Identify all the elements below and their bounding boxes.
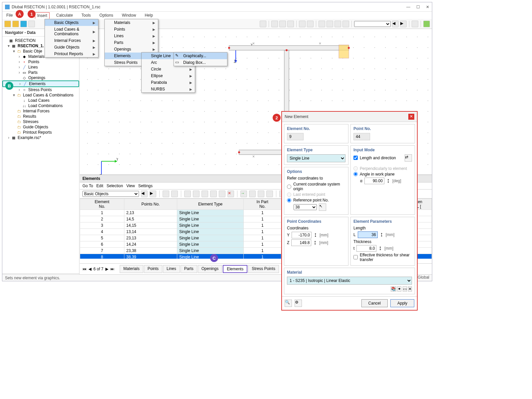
menu-internal-forces[interactable]: Internal Forces▶ <box>45 37 98 44</box>
toolbar-button[interactable] <box>258 191 264 197</box>
toolbar-button[interactable] <box>28 21 35 27</box>
menu-help[interactable]: Help <box>143 12 155 18</box>
toolbar-button[interactable] <box>299 21 306 27</box>
tree-lines[interactable]: ›╱Lines <box>2 65 79 70</box>
tree-stresses[interactable]: 🗀Stresses <box>2 119 79 124</box>
menu-load-cases[interactable]: Load Cases & Combinations▶ <box>45 26 98 37</box>
tree-stress-points[interactable]: ›○Stress Points <box>2 87 79 92</box>
toolbar-button[interactable] <box>12 21 19 27</box>
menu-file[interactable]: File <box>4 12 15 18</box>
menu-options[interactable]: Options <box>97 12 115 18</box>
toolbar-button[interactable] <box>327 21 333 27</box>
menu-tools[interactable]: Tools <box>79 12 93 18</box>
toolbar-button[interactable]: ▶ <box>400 21 407 27</box>
refpoint-radio[interactable] <box>287 198 291 202</box>
tab-materials[interactable]: Materials <box>120 265 143 273</box>
toolbar-select[interactable] <box>354 21 391 27</box>
menu-printout-reports[interactable]: Printout Reports▶ <box>45 51 98 57</box>
toolbar-button[interactable] <box>423 21 430 27</box>
toolbar-button[interactable] <box>260 21 266 27</box>
bp-selection[interactable]: Selection <box>107 184 123 188</box>
tree-load-combinations[interactable]: ↓↓Load Combinations <box>2 103 79 108</box>
toolbar-button[interactable] <box>210 191 217 197</box>
toolbar-button[interactable] <box>4 21 11 27</box>
toolbar-button[interactable] <box>219 191 225 197</box>
submenu-circle[interactable]: Circle▶ <box>142 66 195 72</box>
menu-basic-objects[interactable]: Basic Objects▶ <box>45 19 98 26</box>
filter-select[interactable]: Basic Objects <box>82 191 139 197</box>
dialog-close-button[interactable]: ✕ <box>408 114 414 120</box>
tab-stress-points[interactable]: Stress Points <box>248 265 279 273</box>
tree-openings[interactable]: ◇Openings <box>2 75 79 80</box>
toolbar-button[interactable] <box>342 21 349 27</box>
submenu-parabola[interactable]: Parabola▶ <box>142 79 195 86</box>
tree-load-cases-item[interactable]: ↓Load Cases <box>2 98 79 103</box>
thickness-input[interactable] <box>356 245 376 252</box>
menu-calculate[interactable]: Calculate <box>54 12 75 18</box>
z-input[interactable] <box>291 239 311 246</box>
pager-last[interactable]: ⏭ <box>110 267 114 271</box>
pick-point-icon[interactable]: ↖ <box>319 203 326 211</box>
toolbar-button[interactable] <box>279 21 286 27</box>
toolbar-button[interactable]: → <box>240 191 247 197</box>
toolbar-button[interactable] <box>193 191 200 197</box>
toolbar-button[interactable] <box>307 21 314 27</box>
col-part[interactable]: In PartNo. <box>244 199 281 210</box>
toolbar-button[interactable] <box>319 21 325 27</box>
submenu-points[interactable]: Points▶ <box>105 26 158 33</box>
toolbar-button[interactable] <box>171 191 178 197</box>
tree-example[interactable]: ›▦Example.rsc* <box>2 135 79 140</box>
tree-printout-reports[interactable]: 🗀Printout Reports <box>2 130 79 135</box>
apply-button[interactable]: Apply <box>390 299 414 307</box>
submenu-parts[interactable]: Parts▶ <box>105 39 158 46</box>
toolbar-button[interactable] <box>20 21 27 27</box>
dialog-titlebar[interactable]: New Element ✕ <box>282 112 417 122</box>
toolbar-button[interactable] <box>266 191 273 197</box>
submenu-lines[interactable]: Lines▶ <box>105 33 158 39</box>
library-icon[interactable]: 📚 <box>391 286 396 292</box>
toolbar-button[interactable] <box>412 21 418 27</box>
pager-prev[interactable]: ◀ <box>88 267 91 271</box>
submenu-nurbs[interactable]: NURBS▶ <box>142 86 195 92</box>
cancel-button[interactable]: Cancel <box>361 299 388 307</box>
minimize-button[interactable]: — <box>406 5 410 9</box>
bp-view[interactable]: View <box>126 184 135 188</box>
alpha-input[interactable] <box>364 178 384 184</box>
pager-first[interactable]: ⏮ <box>82 267 86 271</box>
toolbar-button[interactable] <box>334 21 341 27</box>
tree-internal-forces[interactable]: 🗀Internal Forces <box>2 108 79 114</box>
eff-thickness-check[interactable] <box>353 255 358 259</box>
menu-dialog-box[interactable]: ▭Dialog Box... <box>174 59 227 66</box>
submenu-openings[interactable]: Openings▶ <box>105 46 158 53</box>
delete-icon[interactable]: ✕ <box>408 286 412 292</box>
submenu-ellipse[interactable]: Ellipse▶ <box>142 72 195 79</box>
toolbar-button[interactable] <box>201 191 208 197</box>
toolbar-button[interactable] <box>163 191 169 197</box>
col-type[interactable]: Element Type <box>177 199 244 210</box>
tab-elements[interactable]: Elements <box>223 265 247 273</box>
toolbar-button[interactable] <box>184 191 191 197</box>
toolbar-button[interactable] <box>287 21 294 27</box>
toolbar-button[interactable] <box>271 21 278 27</box>
tree-guide-objects[interactable]: 🗀Guide Objects <box>2 124 79 130</box>
tree-points[interactable]: ›•Points <box>2 59 79 65</box>
help-icon[interactable]: 🔍 <box>285 300 292 307</box>
toolbar-button[interactable]: ◀ <box>141 191 148 197</box>
new-icon[interactable]: ✦ <box>397 286 401 292</box>
tree-load-cases[interactable]: ▾🗀Load Cases & Combinations <box>2 92 79 98</box>
toolbar-button[interactable]: ✕ <box>227 191 234 197</box>
edit-icon[interactable]: ▭ <box>403 286 407 292</box>
close-button[interactable]: ✕ <box>426 5 429 9</box>
menu-insert[interactable]: Insert <box>35 12 50 19</box>
bp-goto[interactable]: Go To <box>82 184 93 188</box>
element-type-select[interactable]: Single Line <box>287 154 345 162</box>
maximize-button[interactable]: ☐ <box>416 5 420 9</box>
toolbar-button[interactable]: ▶ <box>150 191 156 197</box>
toolbar-button[interactable] <box>249 191 256 197</box>
settings-icon[interactable]: ⚙ <box>295 300 302 307</box>
angle-radio[interactable] <box>353 172 358 176</box>
tab-lines[interactable]: Lines <box>163 265 180 273</box>
tab-points[interactable]: Points <box>144 265 162 273</box>
bp-settings[interactable]: Settings <box>138 184 153 188</box>
material-select[interactable]: 1 - S235 | Isotropic | Linear Elastic <box>287 277 412 285</box>
